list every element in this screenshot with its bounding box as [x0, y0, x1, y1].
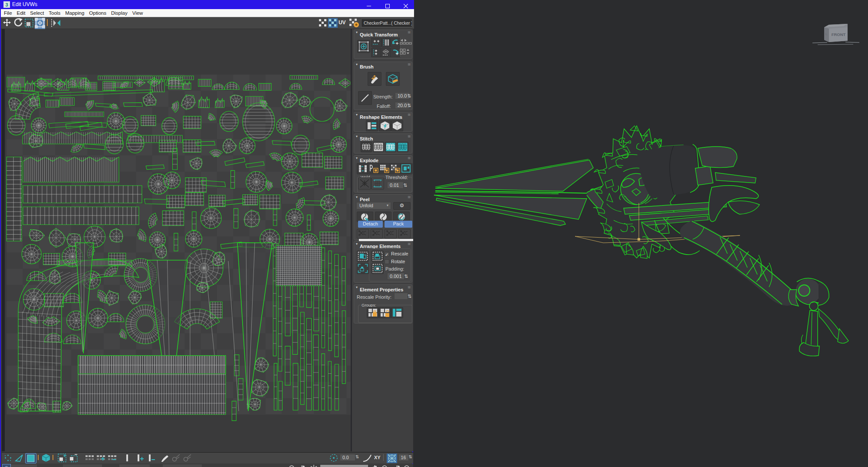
svg-text:L: L — [825, 33, 827, 36]
svg-text:3: 3 — [5, 2, 8, 7]
svg-text:FRONT: FRONT — [832, 32, 846, 37]
